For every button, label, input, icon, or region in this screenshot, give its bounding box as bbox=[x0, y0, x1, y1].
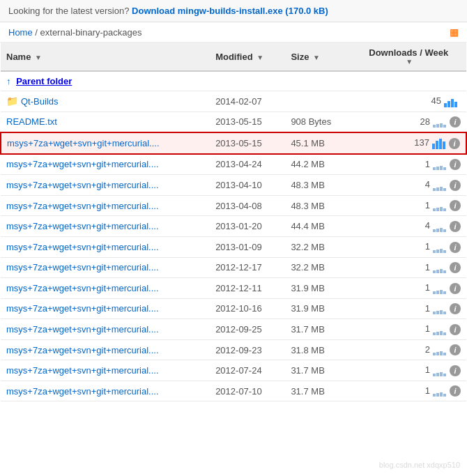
file-name-cell: msys+7za+wget+svn+git+mercurial.... bbox=[1, 278, 210, 299]
svg-rect-51 bbox=[443, 353, 446, 355]
table-row: msys+7za+wget+svn+git+mercurial....2013-… bbox=[1, 216, 466, 237]
size-cell: 31.9 MB bbox=[285, 278, 351, 299]
download-chart-icon[interactable] bbox=[433, 262, 448, 273]
svg-rect-56 bbox=[433, 394, 436, 397]
file-link[interactable]: msys+7za+wget+svn+git+mercurial.... bbox=[6, 283, 159, 293]
download-chart-icon[interactable] bbox=[433, 116, 448, 128]
table-row: msys+7za+wget+svn+git+mercurial....2013-… bbox=[1, 175, 466, 196]
svg-rect-23 bbox=[443, 208, 446, 211]
info-icon[interactable]: i bbox=[450, 283, 461, 294]
info-icon[interactable]: i bbox=[450, 116, 461, 128]
svg-rect-3 bbox=[454, 102, 457, 107]
file-name-cell: msys+7za+wget+svn+git+mercurial.... bbox=[1, 360, 210, 381]
rss-icon[interactable]: ▦ bbox=[450, 26, 459, 38]
info-icon[interactable]: i bbox=[450, 385, 461, 397]
table-row: msys+7za+wget+svn+git+mercurial....2013-… bbox=[1, 154, 466, 175]
file-link[interactable]: msys+7za+wget+svn+git+mercurial.... bbox=[6, 365, 159, 376]
downloads-cell: 4 i bbox=[351, 175, 466, 196]
col-modified[interactable]: Modified ▼ bbox=[210, 43, 285, 71]
file-link[interactable]: msys+7za+wget+svn+git+mercurial.... bbox=[6, 221, 159, 231]
banner-link[interactable]: Download mingw-builds-install.exe (170.0… bbox=[132, 6, 328, 16]
modified-sort-icon[interactable]: ▼ bbox=[257, 54, 263, 61]
svg-rect-17 bbox=[436, 187, 439, 191]
downloads-cell: 1 i bbox=[351, 360, 466, 381]
table-row: msys+7za+wget+svn+git+mercurial....2013-… bbox=[1, 236, 466, 257]
svg-rect-29 bbox=[436, 249, 439, 253]
download-count: 4 bbox=[409, 179, 430, 190]
file-link[interactable]: msys+7za+wget+svn+git+mercurial.... bbox=[6, 324, 159, 335]
file-link[interactable]: msys+7za+wget+svn+git+mercurial.... bbox=[6, 159, 159, 169]
info-icon[interactable]: i bbox=[450, 303, 461, 314]
col-downloads[interactable]: Downloads / Week ▼ bbox=[351, 43, 466, 71]
file-link[interactable]: msys+7za+wget+svn+git+mercurial.... bbox=[6, 201, 159, 211]
name-sort-icon[interactable]: ▼ bbox=[35, 54, 42, 61]
info-icon[interactable]: i bbox=[450, 200, 461, 211]
download-chart-icon[interactable] bbox=[433, 242, 448, 253]
svg-rect-24 bbox=[433, 229, 436, 232]
svg-rect-2 bbox=[451, 99, 454, 107]
info-icon[interactable]: i bbox=[450, 221, 461, 232]
svg-rect-7 bbox=[443, 125, 446, 128]
file-link[interactable]: msys+7za+wget+svn+git+mercurial.... bbox=[6, 386, 159, 397]
svg-rect-48 bbox=[433, 353, 436, 355]
download-chart-icon[interactable] bbox=[433, 324, 448, 335]
modified-cell: 2013-01-09 bbox=[210, 236, 285, 257]
folder-icon: 📁 bbox=[6, 95, 18, 107]
downloads-cell: 4 i bbox=[351, 216, 466, 237]
file-link[interactable]: msys+7za+wget+svn+git+mercurial.... bbox=[6, 262, 159, 272]
file-link[interactable]: msys+7za+wget+svn+git+mercurial.... bbox=[6, 303, 159, 314]
download-count: 1 bbox=[409, 385, 430, 396]
info-icon[interactable]: i bbox=[450, 324, 461, 335]
col-size[interactable]: Size ▼ bbox=[285, 43, 351, 71]
up-arrow-icon: ↑ bbox=[6, 76, 11, 86]
modified-cell: 2013-01-20 bbox=[210, 216, 285, 237]
file-name-cell: msys+7za+wget+svn+git+mercurial.... bbox=[1, 319, 210, 340]
breadcrumb-home[interactable]: Home bbox=[8, 27, 33, 38]
downloads-sort-icon[interactable]: ▼ bbox=[406, 58, 413, 66]
download-chart-icon[interactable] bbox=[433, 283, 448, 294]
download-chart-icon[interactable] bbox=[432, 138, 447, 149]
parent-folder-link[interactable]: Parent folder bbox=[16, 76, 72, 86]
download-chart-icon[interactable] bbox=[433, 200, 448, 211]
svg-rect-46 bbox=[440, 331, 443, 335]
folder-link[interactable]: Qt-Builds bbox=[21, 96, 58, 107]
table-row: msys+7za+wget+svn+git+mercurial....2013-… bbox=[1, 132, 466, 154]
download-chart-icon[interactable] bbox=[444, 96, 459, 107]
file-link[interactable]: msys+7za+wget+svn+git+mercurial.... bbox=[6, 345, 159, 355]
table-row: msys+7za+wget+svn+git+mercurial....2012-… bbox=[1, 339, 466, 360]
download-chart-icon[interactable] bbox=[433, 221, 448, 232]
svg-rect-58 bbox=[440, 392, 443, 397]
downloads-cell: 2 i bbox=[351, 339, 466, 360]
svg-rect-1 bbox=[447, 101, 450, 107]
svg-rect-55 bbox=[443, 374, 446, 376]
svg-rect-30 bbox=[440, 249, 443, 253]
download-count: 2 bbox=[409, 344, 430, 355]
download-chart-icon[interactable] bbox=[433, 344, 448, 355]
col-name[interactable]: Name ▼ bbox=[1, 43, 210, 71]
svg-rect-41 bbox=[436, 311, 439, 314]
info-icon[interactable]: i bbox=[449, 138, 460, 149]
breadcrumb-separator: / bbox=[35, 27, 40, 38]
file-link[interactable]: msys+7za+wget+svn+git+mercurial.... bbox=[7, 138, 160, 148]
download-chart-icon[interactable] bbox=[433, 180, 448, 191]
file-link[interactable]: msys+7za+wget+svn+git+mercurial.... bbox=[6, 180, 159, 190]
svg-rect-40 bbox=[433, 312, 436, 314]
info-icon[interactable]: i bbox=[450, 159, 461, 170]
size-cell: 31.7 MB bbox=[285, 360, 351, 381]
info-icon[interactable]: i bbox=[450, 344, 461, 355]
info-icon[interactable]: i bbox=[450, 242, 461, 253]
download-chart-icon[interactable] bbox=[433, 159, 448, 170]
download-chart-icon[interactable] bbox=[433, 385, 448, 397]
svg-rect-36 bbox=[433, 291, 436, 294]
info-icon[interactable]: i bbox=[450, 180, 461, 191]
download-chart-icon[interactable] bbox=[433, 303, 448, 314]
info-icon[interactable]: i bbox=[450, 262, 461, 273]
download-count: 1 bbox=[409, 159, 430, 169]
download-chart-icon[interactable] bbox=[433, 365, 448, 376]
file-name-cell: msys+7za+wget+svn+git+mercurial.... bbox=[1, 257, 210, 278]
modified-cell: 2014-02-07 bbox=[210, 91, 285, 112]
file-link[interactable]: README.txt bbox=[6, 116, 57, 127]
file-link[interactable]: msys+7za+wget+svn+git+mercurial.... bbox=[6, 242, 159, 252]
info-icon[interactable]: i bbox=[450, 365, 461, 376]
size-sort-icon[interactable]: ▼ bbox=[313, 54, 320, 61]
